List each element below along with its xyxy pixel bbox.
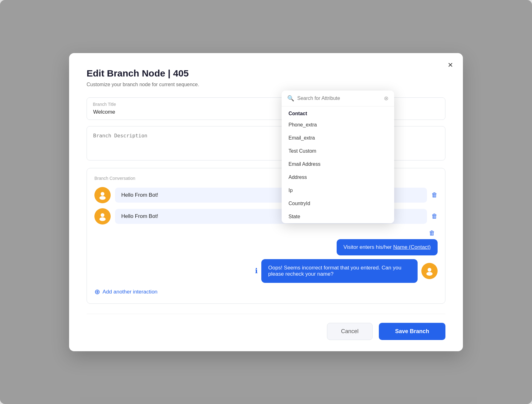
- close-button[interactable]: ×: [448, 61, 453, 69]
- dropdown-clear-icon[interactable]: ⊗: [384, 95, 389, 102]
- add-interaction-button[interactable]: ⊕ Add another interaction: [94, 288, 438, 296]
- svg-point-4: [428, 268, 431, 272]
- delete-message-3-button[interactable]: 🗑: [429, 229, 435, 237]
- modal-footer: Cancel Save Branch: [87, 314, 445, 351]
- error-bubble-row: ℹ Oops! Seems incorrect format that you …: [94, 259, 438, 283]
- dropdown-search-row: 🔍 ⊗: [282, 91, 394, 106]
- dropdown-category: Contact: [282, 106, 394, 118]
- error-bubble: Oops! Seems incorrect format that you en…: [261, 259, 418, 283]
- add-interaction-plus-icon: ⊕: [94, 288, 100, 296]
- dropdown-search-icon: 🔍: [287, 95, 294, 102]
- dropdown-item-3[interactable]: Email Address: [282, 158, 394, 171]
- delete-row-3: 🗑: [94, 229, 438, 237]
- modal: × Edit Branch Node | 405 Customize your …: [69, 53, 463, 351]
- svg-point-5: [426, 272, 433, 276]
- modal-title: Edit Branch Node | 405: [87, 68, 445, 79]
- svg-point-1: [99, 196, 106, 200]
- attribute-dropdown: 🔍 ⊗ Contact Phone_extra Email_extra Test…: [282, 91, 394, 223]
- dropdown-search-input[interactable]: [297, 96, 381, 101]
- bot-avatar-2: [94, 208, 111, 224]
- dropdown-item-0[interactable]: Phone_extra: [282, 118, 394, 131]
- dropdown-item-1[interactable]: Email_extra: [282, 131, 394, 145]
- svg-point-0: [101, 192, 104, 196]
- cancel-button[interactable]: Cancel: [327, 323, 373, 340]
- dropdown-item-2[interactable]: Test Custom: [282, 145, 394, 158]
- save-branch-button[interactable]: Save Branch: [379, 323, 445, 340]
- modal-overlay: × Edit Branch Node | 405 Customize your …: [0, 0, 532, 404]
- visitor-message-row: Visitor enters his/her Name (Contact): [94, 239, 438, 255]
- dropdown-item-4[interactable]: Address: [282, 171, 394, 184]
- visitor-bubble: Visitor enters his/her Name (Contact): [337, 239, 438, 255]
- bot-avatar-3: [421, 263, 438, 279]
- bot-avatar-1: [94, 187, 111, 203]
- dropdown-item-6[interactable]: CountryId: [282, 197, 394, 210]
- delete-message-2-button[interactable]: 🗑: [431, 213, 438, 220]
- svg-point-3: [99, 217, 106, 221]
- svg-point-2: [101, 213, 104, 217]
- add-interaction-label: Add another interaction: [103, 289, 158, 295]
- info-icon[interactable]: ℹ: [255, 267, 258, 275]
- visitor-message-link[interactable]: Name (Contact): [393, 244, 431, 250]
- dropdown-item-5[interactable]: Ip: [282, 184, 394, 197]
- delete-message-1-button[interactable]: 🗑: [431, 191, 438, 199]
- modal-subtitle: Customize your branch node for current s…: [87, 82, 445, 87]
- dropdown-item-7[interactable]: State: [282, 210, 394, 223]
- visitor-message-text: Visitor enters his/her: [344, 244, 393, 250]
